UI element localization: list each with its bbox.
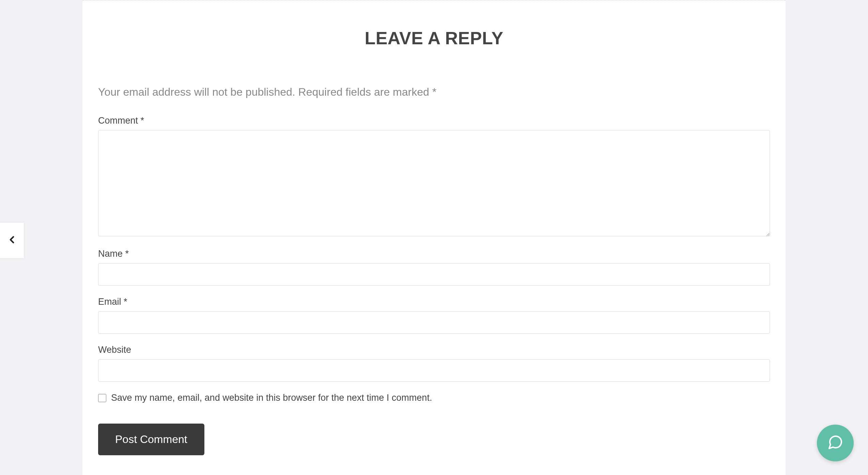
comment-label: Comment *: [98, 115, 770, 126]
save-info-checkbox[interactable]: [98, 394, 106, 402]
prev-nav-button[interactable]: [0, 223, 24, 258]
post-comment-button[interactable]: Post Comment: [98, 424, 204, 455]
chevron-left-icon: [6, 234, 18, 247]
chat-fab-button[interactable]: [817, 425, 854, 461]
save-info-row: Save my name, email, and website in this…: [98, 393, 770, 403]
website-label: Website: [98, 345, 770, 355]
name-field-group: Name *: [98, 249, 770, 286]
form-title: LEAVE A REPLY: [98, 1, 770, 62]
form-intro: Your email address will not be published…: [98, 86, 770, 98]
website-input[interactable]: [98, 359, 770, 382]
email-label: Email *: [98, 297, 770, 307]
comment-textarea[interactable]: [98, 130, 770, 236]
name-label: Name *: [98, 249, 770, 259]
email-input[interactable]: [98, 311, 770, 334]
save-info-label: Save my name, email, and website in this…: [111, 393, 432, 403]
name-input[interactable]: [98, 263, 770, 286]
email-field-group: Email *: [98, 297, 770, 334]
website-field-group: Website: [98, 345, 770, 382]
comment-form-card: LEAVE A REPLY Your email address will no…: [82, 0, 786, 475]
comment-field-group: Comment *: [98, 115, 770, 238]
chat-icon: [827, 434, 843, 452]
